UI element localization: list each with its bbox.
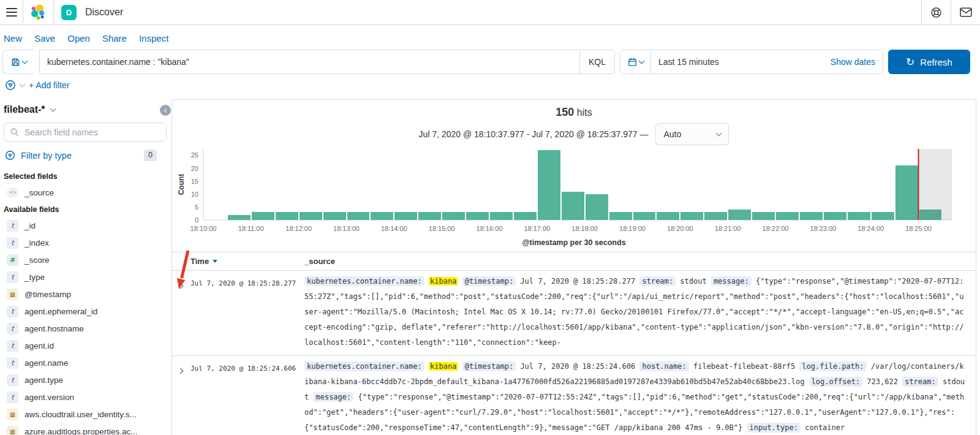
table-row: Jul 7, 2020 @ 18:25:28.277kubernetes.con…: [172, 271, 976, 356]
histogram-bar[interactable]: [776, 212, 799, 220]
quick-select-time-button[interactable]: [620, 50, 651, 74]
nav-new[interactable]: New: [4, 33, 22, 44]
search-icon: [10, 127, 19, 137]
string-field-type-icon: t: [7, 340, 18, 352]
time-range-value[interactable]: Last 15 minutes: [651, 57, 719, 67]
field-name-badge[interactable]: stream:: [639, 276, 676, 286]
histogram-bar[interactable]: [633, 212, 656, 220]
query-bar: KQL Last 15 minutes Show dates ↻ Refresh: [0, 50, 980, 74]
histogram-bar[interactable]: [562, 192, 584, 220]
field-item[interactable]: #_score: [4, 251, 167, 268]
index-pattern-switcher[interactable]: filebeat-*: [4, 102, 167, 123]
field-name-badge[interactable]: @timestamp:: [462, 361, 516, 371]
query-input[interactable]: [40, 57, 579, 67]
field-item[interactable]: tagent.id: [4, 337, 167, 354]
histogram-bar[interactable]: [657, 212, 679, 220]
histogram-bar[interactable]: [490, 212, 513, 220]
histogram-bar[interactable]: [800, 212, 823, 220]
source-text: 723,622: [867, 377, 898, 386]
expand-row-button[interactable]: [172, 274, 190, 350]
histogram-bar[interactable]: [394, 212, 417, 220]
field-item[interactable]: t_index: [4, 234, 167, 251]
menu-button[interactable]: [0, 0, 23, 25]
help-button[interactable]: [921, 0, 951, 25]
nav-save[interactable]: Save: [34, 33, 55, 44]
histogram-bar[interactable]: [276, 212, 298, 220]
filter-by-type-button[interactable]: Filter by type 0: [4, 142, 167, 168]
add-filter-button[interactable]: + Add filter: [29, 80, 70, 90]
histogram-bar[interactable]: [347, 212, 370, 220]
svg-text:18:21:00: 18:21:00: [715, 225, 741, 232]
histogram-bar[interactable]: [752, 212, 775, 220]
histogram-bar[interactable]: [680, 212, 703, 220]
field-item[interactable]: ▦azure.auditlogs.properties.ac...: [4, 423, 167, 435]
field-name-badge[interactable]: message:: [313, 392, 353, 402]
histogram-bar[interactable]: [728, 210, 751, 220]
string-field-type-icon: t: [7, 374, 18, 386]
histogram-bar[interactable]: [300, 212, 322, 220]
histogram-bar[interactable]: [252, 212, 274, 220]
field-name-badge[interactable]: host.name:: [639, 361, 688, 371]
field-item[interactable]: tagent.type: [4, 371, 167, 388]
histogram-bar[interactable]: [704, 212, 727, 220]
source-text: container: [805, 423, 845, 432]
histogram-bar[interactable]: [442, 212, 465, 220]
field-name-badge[interactable]: input.type:: [747, 423, 800, 433]
date-field-type-icon: ▦: [7, 409, 18, 420]
field-name-badge[interactable]: stream:: [902, 377, 938, 387]
nav-share[interactable]: Share: [102, 33, 127, 44]
query-language-button[interactable]: KQL: [579, 50, 614, 74]
search-field-names-input[interactable]: [23, 127, 160, 138]
filter-icon[interactable]: [5, 80, 16, 91]
histogram-bar[interactable]: [466, 212, 489, 220]
field-item[interactable]: ▦@timestamp: [4, 286, 167, 303]
field-name-badge[interactable]: log.file.path:: [799, 361, 866, 371]
histogram-bar[interactable]: [824, 212, 846, 220]
histogram-bar[interactable]: [872, 212, 894, 220]
svg-text:0: 0: [195, 216, 198, 224]
time-column-header[interactable]: Time: [190, 257, 304, 266]
histogram-bar[interactable]: [586, 194, 608, 220]
show-dates-button[interactable]: Show dates: [831, 57, 883, 67]
time-column-label: Time: [190, 257, 209, 266]
histogram-bar[interactable]: [848, 212, 870, 220]
notifications-button[interactable]: [951, 0, 980, 25]
histogram-bar[interactable]: [895, 165, 918, 220]
histogram-bar[interactable]: [371, 212, 393, 220]
nav-inspect[interactable]: Inspect: [139, 33, 168, 44]
interval-select[interactable]: Auto: [655, 123, 729, 145]
chevron-down-icon: [638, 58, 644, 64]
field-item[interactable]: ▦aws.cloudtrail.user_identity.s...: [4, 406, 167, 423]
field-item[interactable]: tagent.version: [4, 388, 167, 406]
field-item[interactable]: t_type: [4, 268, 167, 286]
refresh-button[interactable]: ↻ Refresh: [888, 50, 970, 74]
svg-text:18:19:00: 18:19:00: [619, 225, 646, 232]
histogram-bar[interactable]: [538, 150, 560, 220]
field-item[interactable]: t_id: [4, 217, 167, 234]
field-name-badge[interactable]: kubernetes.container.name:: [304, 276, 424, 286]
saved-queries-button[interactable]: [2, 50, 34, 74]
histogram-bar[interactable]: [514, 212, 537, 220]
chevron-right-icon: [178, 283, 184, 289]
histogram-bar[interactable]: [609, 212, 632, 220]
field-name-badge[interactable]: message:: [711, 276, 752, 286]
field-item[interactable]: </>_source: [4, 184, 167, 201]
discover-app-icon[interactable]: D: [61, 5, 77, 20]
histogram-bar[interactable]: [418, 212, 441, 220]
source-text: filebeat-filebeat-88rf5: [693, 362, 795, 371]
field-item[interactable]: tagent.ephemeral_id: [4, 303, 167, 320]
field-name-badge[interactable]: log.offset:: [809, 377, 862, 387]
field-name-badge[interactable]: kubernetes.container.name:: [304, 361, 424, 371]
field-name-badge[interactable]: @timestamp:: [462, 276, 516, 286]
field-search: [4, 123, 167, 142]
field-item[interactable]: tagent.hostname: [4, 320, 167, 337]
svg-text:18:13:00: 18:13:00: [333, 225, 360, 232]
histogram-chart[interactable]: 0510152025Count18:10:0018:11:0018:12:001…: [175, 146, 976, 238]
expand-row-button[interactable]: [172, 359, 190, 435]
field-item[interactable]: tagent.name: [4, 354, 167, 371]
home-button[interactable]: [23, 0, 54, 25]
collapse-sidebar-button[interactable]: [160, 105, 171, 116]
histogram-bar[interactable]: [323, 212, 346, 220]
histogram-bar[interactable]: [228, 215, 251, 220]
nav-open[interactable]: Open: [67, 33, 90, 44]
